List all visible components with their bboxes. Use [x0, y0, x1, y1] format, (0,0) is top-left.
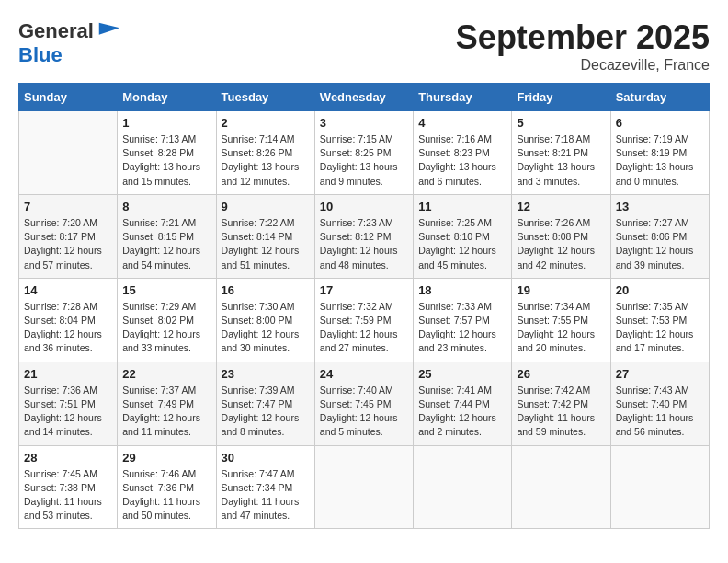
calendar-day-cell: 10Sunrise: 7:23 AM Sunset: 8:12 PM Dayli… — [314, 194, 413, 278]
day-info: Sunrise: 7:36 AM Sunset: 7:51 PM Dayligh… — [24, 384, 112, 440]
day-number: 8 — [122, 200, 210, 213]
calendar-week-row: 7Sunrise: 7:20 AM Sunset: 8:17 PM Daylig… — [19, 194, 710, 278]
day-number: 7 — [24, 200, 112, 213]
calendar-day-cell: 18Sunrise: 7:33 AM Sunset: 7:57 PM Dayli… — [414, 278, 512, 362]
day-info: Sunrise: 7:43 AM Sunset: 7:40 PM Dayligh… — [616, 384, 704, 440]
calendar-day-cell: 27Sunrise: 7:43 AM Sunset: 7:40 PM Dayli… — [610, 362, 709, 445]
day-number: 27 — [616, 367, 704, 381]
calendar-day-cell: 22Sunrise: 7:37 AM Sunset: 7:49 PM Dayli… — [118, 362, 216, 445]
day-info: Sunrise: 7:16 AM Sunset: 8:23 PM Dayligh… — [418, 132, 506, 189]
day-number: 2 — [222, 116, 310, 130]
day-info: Sunrise: 7:27 AM Sunset: 8:06 PM Dayligh… — [616, 216, 704, 272]
weekday-header-cell: Tuesday — [216, 84, 314, 111]
calendar-day-cell: 28Sunrise: 7:45 AM Sunset: 7:38 PM Dayli… — [19, 445, 118, 529]
day-info: Sunrise: 7:33 AM Sunset: 7:57 PM Dayligh… — [418, 300, 506, 356]
weekday-header-cell: Saturday — [610, 84, 709, 111]
day-number: 20 — [616, 283, 704, 297]
day-info: Sunrise: 7:42 AM Sunset: 7:42 PM Dayligh… — [517, 384, 605, 440]
day-info: Sunrise: 7:18 AM Sunset: 8:21 PM Dayligh… — [517, 132, 605, 189]
day-number: 9 — [222, 200, 310, 213]
day-number: 19 — [517, 283, 605, 297]
logo-blue-text: Blue — [18, 43, 63, 66]
day-number: 24 — [320, 367, 408, 381]
calendar-day-cell: 20Sunrise: 7:35 AM Sunset: 7:53 PM Dayli… — [610, 278, 709, 362]
calendar-day-cell: 8Sunrise: 7:21 AM Sunset: 8:15 PM Daylig… — [118, 194, 216, 278]
calendar-week-row: 1Sunrise: 7:13 AM Sunset: 8:28 PM Daylig… — [19, 111, 710, 195]
calendar-day-cell — [414, 445, 512, 529]
day-info: Sunrise: 7:47 AM Sunset: 7:34 PM Dayligh… — [222, 467, 310, 523]
month-title: September 2025 — [456, 18, 710, 57]
calendar-day-cell: 7Sunrise: 7:20 AM Sunset: 8:17 PM Daylig… — [19, 194, 118, 278]
calendar-week-row: 14Sunrise: 7:28 AM Sunset: 8:04 PM Dayli… — [19, 278, 710, 362]
calendar-week-row: 21Sunrise: 7:36 AM Sunset: 7:51 PM Dayli… — [19, 362, 710, 445]
calendar-day-cell: 19Sunrise: 7:34 AM Sunset: 7:55 PM Dayli… — [512, 278, 610, 362]
day-info: Sunrise: 7:13 AM Sunset: 8:28 PM Dayligh… — [122, 132, 210, 189]
day-number: 11 — [418, 200, 506, 213]
day-info: Sunrise: 7:19 AM Sunset: 8:19 PM Dayligh… — [616, 132, 704, 189]
calendar-day-cell: 4Sunrise: 7:16 AM Sunset: 8:23 PM Daylig… — [414, 111, 512, 195]
weekday-header-cell: Thursday — [414, 84, 512, 111]
day-info: Sunrise: 7:39 AM Sunset: 7:47 PM Dayligh… — [222, 384, 310, 440]
logo-flag-icon — [96, 18, 121, 44]
day-number: 10 — [320, 200, 408, 213]
calendar-day-cell: 9Sunrise: 7:22 AM Sunset: 8:14 PM Daylig… — [216, 194, 314, 278]
day-number: 5 — [517, 116, 605, 130]
day-number: 21 — [24, 367, 112, 381]
calendar-day-cell: 11Sunrise: 7:25 AM Sunset: 8:10 PM Dayli… — [414, 194, 512, 278]
day-info: Sunrise: 7:14 AM Sunset: 8:26 PM Dayligh… — [222, 132, 310, 189]
day-info: Sunrise: 7:45 AM Sunset: 7:38 PM Dayligh… — [24, 467, 112, 523]
day-number: 25 — [418, 367, 506, 381]
svg-marker-0 — [99, 23, 119, 35]
day-number: 3 — [320, 116, 408, 130]
day-number: 26 — [517, 367, 605, 381]
weekday-header-row: SundayMondayTuesdayWednesdayThursdayFrid… — [19, 84, 710, 111]
day-info: Sunrise: 7:29 AM Sunset: 8:02 PM Dayligh… — [122, 300, 210, 356]
calendar-day-cell — [610, 445, 709, 529]
day-number: 29 — [122, 451, 210, 465]
calendar-day-cell: 21Sunrise: 7:36 AM Sunset: 7:51 PM Dayli… — [19, 362, 118, 445]
weekday-header-cell: Monday — [118, 84, 216, 111]
day-info: Sunrise: 7:25 AM Sunset: 8:10 PM Dayligh… — [418, 216, 506, 272]
calendar-day-cell: 26Sunrise: 7:42 AM Sunset: 7:42 PM Dayli… — [512, 362, 610, 445]
day-number: 12 — [517, 200, 605, 213]
calendar-day-cell: 25Sunrise: 7:41 AM Sunset: 7:44 PM Dayli… — [414, 362, 512, 445]
day-info: Sunrise: 7:35 AM Sunset: 7:53 PM Dayligh… — [616, 300, 704, 356]
day-info: Sunrise: 7:21 AM Sunset: 8:15 PM Dayligh… — [122, 216, 210, 272]
weekday-header-cell: Sunday — [19, 84, 118, 111]
day-info: Sunrise: 7:41 AM Sunset: 7:44 PM Dayligh… — [418, 384, 506, 440]
calendar-day-cell: 29Sunrise: 7:46 AM Sunset: 7:36 PM Dayli… — [118, 445, 216, 529]
calendar-day-cell: 15Sunrise: 7:29 AM Sunset: 8:02 PM Dayli… — [118, 278, 216, 362]
day-info: Sunrise: 7:32 AM Sunset: 7:59 PM Dayligh… — [320, 300, 408, 356]
calendar-table: SundayMondayTuesdayWednesdayThursdayFrid… — [18, 83, 710, 529]
day-number: 18 — [418, 283, 506, 297]
day-info: Sunrise: 7:46 AM Sunset: 7:36 PM Dayligh… — [122, 467, 210, 523]
day-number: 15 — [122, 283, 210, 297]
logo: General Blue — [18, 18, 121, 66]
logo-general-text: General — [18, 20, 94, 42]
calendar-day-cell: 16Sunrise: 7:30 AM Sunset: 8:00 PM Dayli… — [216, 278, 314, 362]
calendar-day-cell: 12Sunrise: 7:26 AM Sunset: 8:08 PM Dayli… — [512, 194, 610, 278]
day-number: 30 — [222, 451, 310, 465]
weekday-header-cell: Wednesday — [314, 84, 413, 111]
day-info: Sunrise: 7:40 AM Sunset: 7:45 PM Dayligh… — [320, 384, 408, 440]
calendar-day-cell: 23Sunrise: 7:39 AM Sunset: 7:47 PM Dayli… — [216, 362, 314, 445]
day-info: Sunrise: 7:15 AM Sunset: 8:25 PM Dayligh… — [320, 132, 408, 189]
day-info: Sunrise: 7:34 AM Sunset: 7:55 PM Dayligh… — [517, 300, 605, 356]
calendar-day-cell: 13Sunrise: 7:27 AM Sunset: 8:06 PM Dayli… — [610, 194, 709, 278]
calendar-body: 1Sunrise: 7:13 AM Sunset: 8:28 PM Daylig… — [19, 111, 710, 529]
day-info: Sunrise: 7:30 AM Sunset: 8:00 PM Dayligh… — [222, 300, 310, 356]
calendar-day-cell: 6Sunrise: 7:19 AM Sunset: 8:19 PM Daylig… — [610, 111, 709, 195]
day-info: Sunrise: 7:26 AM Sunset: 8:08 PM Dayligh… — [517, 216, 605, 272]
page-header: General Blue September 2025 Decazeville,… — [18, 18, 710, 74]
day-number: 14 — [24, 283, 112, 297]
day-number: 28 — [24, 451, 112, 465]
day-number: 4 — [418, 116, 506, 130]
calendar-day-cell: 24Sunrise: 7:40 AM Sunset: 7:45 PM Dayli… — [314, 362, 413, 445]
day-info: Sunrise: 7:37 AM Sunset: 7:49 PM Dayligh… — [122, 384, 210, 440]
day-number: 17 — [320, 283, 408, 297]
day-info: Sunrise: 7:20 AM Sunset: 8:17 PM Dayligh… — [24, 216, 112, 272]
day-number: 6 — [616, 116, 704, 130]
day-number: 16 — [222, 283, 310, 297]
title-block: September 2025 Decazeville, France — [456, 18, 710, 74]
calendar-day-cell — [512, 445, 610, 529]
